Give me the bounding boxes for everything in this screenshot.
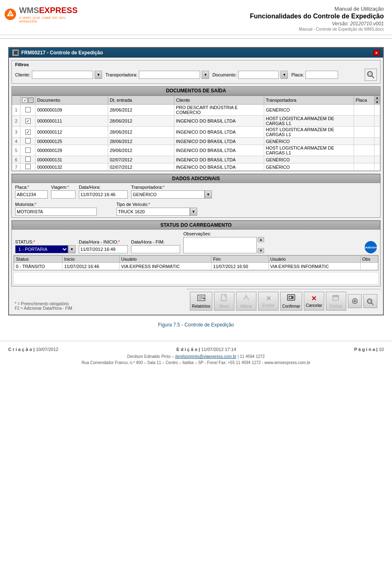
row-checkbox[interactable]	[25, 130, 31, 135]
extra-btn-2[interactable]	[363, 294, 377, 308]
placa-filter-input[interactable]	[305, 71, 338, 79]
data-hora-input[interactable]	[79, 190, 128, 199]
status-select[interactable]: 1 - PORTARIA 0 - TRÂNSITO	[15, 245, 68, 253]
documento-filter-dropdown[interactable]: ▼	[281, 71, 288, 79]
col-cliente: Cliente	[174, 96, 264, 105]
row-checkbox-cell[interactable]	[20, 156, 36, 163]
adiciona-button[interactable]: + Adiciona	[365, 241, 377, 253]
row-checkbox-cell[interactable]	[20, 116, 36, 127]
transportadora-input[interactable]	[131, 190, 205, 199]
svg-rect-17	[290, 297, 291, 298]
documento-filter-input[interactable]	[238, 71, 279, 79]
motorista-field-label: Motorista:*	[15, 202, 97, 207]
table-row: 4 0000000125 28/06/2012 INGENICO DO BRAS…	[12, 138, 380, 145]
fechar-button[interactable]: Fechar	[326, 292, 346, 311]
fechar-icon	[332, 294, 340, 303]
cancelar-button[interactable]: ✕ Cancelar	[304, 292, 324, 311]
svg-line-6	[372, 76, 374, 78]
extra-btn-1[interactable]	[348, 294, 362, 308]
logo-wms: WMS	[19, 6, 39, 15]
transportadora-filter-label: Transportadora:	[105, 72, 137, 77]
footer-pagina: P á g i n a | 10	[354, 347, 384, 352]
data-inicio-field-label: Data/Hora - INICIO:*	[79, 239, 128, 244]
row-checkbox-cell[interactable]	[20, 105, 36, 116]
novo-button[interactable]: Novo	[214, 292, 234, 311]
transportadora-filter-dropdown[interactable]: ▼	[202, 71, 209, 79]
scroll-up-btn[interactable]: ▲	[374, 96, 380, 100]
svg-point-5	[369, 73, 371, 75]
obs-scroll-up-btn[interactable]: ▲	[258, 237, 264, 242]
main-content: ⬛ FRM00217 - Controle de Expedição × Fil…	[0, 42, 392, 341]
window-close-button[interactable]: ×	[373, 50, 380, 56]
data-fim-input[interactable]	[131, 245, 180, 253]
viagem-input[interactable]	[51, 190, 76, 199]
row-checkbox-cell[interactable]	[20, 138, 36, 145]
row-checkbox[interactable]	[25, 156, 31, 162]
cliente-label: Cliente:	[15, 72, 30, 77]
row-cliente: INGENICO DO BRASIL LTDA	[174, 145, 264, 156]
row-num: 1	[12, 105, 20, 116]
tipo-veiculo-dropdown-btn[interactable]: ▼	[190, 208, 197, 216]
row-documento: 0000000131	[36, 156, 108, 163]
row-scroll-spacer	[374, 127, 380, 138]
alterar-button[interactable]: Alterar	[236, 292, 256, 311]
documents-table: Documento Dt. entrada Cliente Transporta…	[12, 96, 380, 171]
col-num	[12, 96, 20, 105]
confirmar-button[interactable]: Confirmar	[280, 292, 302, 311]
status-dropdown-btn[interactable]: ▼	[68, 245, 76, 253]
footer-email-link[interactable]: denilsonpinto@viaexpress.com.br	[175, 354, 236, 359]
window-titlebar: ⬛ FRM00217 - Controle de Expedição ×	[9, 48, 383, 58]
table-row: 2 0000000111 28/06/2012 INGENICO DO BRAS…	[12, 116, 380, 127]
tipo-veiculo-input[interactable]	[116, 208, 190, 216]
header-title: Manual de Utilização	[78, 6, 384, 12]
header-version: Versão: 20120710.v001	[78, 21, 384, 27]
data-inicio-input[interactable]	[79, 245, 128, 253]
status-row-status: 0 - TRÂNSITO	[14, 263, 62, 270]
transportadora-dropdown-btn[interactable]: ▼	[205, 190, 212, 199]
obs-textarea[interactable]	[183, 237, 257, 253]
relatorios-button[interactable]: Relatórios	[190, 292, 212, 311]
row-checkbox-cell[interactable]	[20, 127, 36, 138]
cliente-input[interactable]	[32, 71, 93, 79]
data-fim-field-label: Data/Hora - FIM:	[131, 239, 180, 244]
search-button[interactable]	[365, 69, 377, 81]
col-scrollbar: ▲ ▼	[374, 96, 380, 105]
documents-section-header: DOCUMENTOS DE SAÍDA	[11, 86, 381, 95]
scroll-down-btn[interactable]: ▼	[374, 100, 380, 104]
row-checkbox[interactable]	[25, 138, 31, 143]
row-checkbox[interactable]	[25, 118, 31, 124]
placa-input[interactable]	[15, 190, 48, 199]
row-placa	[354, 138, 374, 145]
header-subtitle: Funcionalidades do Controle de Expedição	[78, 13, 384, 20]
row-documento: 0000000111	[36, 116, 108, 127]
row-checkbox-cell[interactable]	[20, 163, 36, 171]
deselect-all-checkbox[interactable]	[28, 98, 33, 103]
row-checkbox-cell[interactable]	[20, 145, 36, 156]
row-checkbox[interactable]	[25, 164, 31, 169]
row-scroll-spacer	[374, 145, 380, 156]
obs-scroll-down-btn[interactable]: ▼	[258, 248, 264, 253]
row-cliente: PRO DESCART INDÚSTRIA E COMERCIO	[174, 105, 264, 116]
status-table-row: 0 - TRÂNSITO 11/07/2012 16:46 VIA EXPRES…	[14, 263, 378, 270]
excluir-label: Excluir	[262, 303, 274, 308]
row-documento: 0000000109	[36, 105, 108, 116]
excluir-button[interactable]: ✕ Excluir	[258, 292, 278, 311]
select-all-checkbox[interactable]	[22, 98, 27, 103]
col-documento: Documento	[36, 96, 108, 105]
status-empty-area	[13, 272, 379, 284]
window-dialog: ⬛ FRM00217 - Controle de Expedição × Fil…	[8, 47, 384, 315]
row-checkbox[interactable]	[25, 148, 31, 153]
status-col-header: Inicio	[62, 256, 120, 263]
cliente-dropdown-btn[interactable]: ▼	[95, 71, 102, 79]
motorista-input[interactable]	[15, 208, 97, 216]
status-row-usuario1: VIA EXPRESS INFORMÁTIC	[119, 263, 211, 270]
novo-label: Novo	[219, 304, 229, 308]
row-checkbox[interactable]	[25, 107, 31, 112]
transportadora-filter-input[interactable]	[139, 71, 200, 79]
col-dt-entrada: Dt. entrada	[108, 96, 174, 105]
row-transportadora: HOST LOGISTICA ARMAZEM DE CARGAS L1	[264, 145, 354, 156]
page-footer-top: C r i a ç ã o | 10/07/2012 E d i ç ã o |…	[8, 347, 384, 352]
row-num: 6	[12, 156, 20, 163]
f2-note: F2 = Adicioinar Data/Hora - FIM	[15, 306, 72, 311]
status-table: StatusInicioUsuárioFimUsuárioObs 0 - TRÂ…	[14, 255, 378, 270]
